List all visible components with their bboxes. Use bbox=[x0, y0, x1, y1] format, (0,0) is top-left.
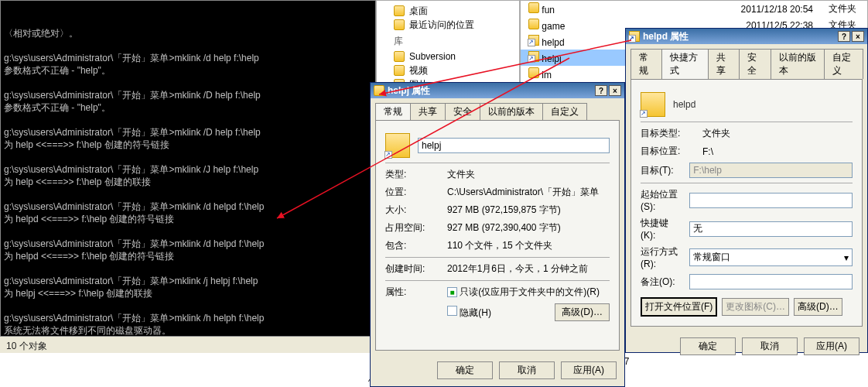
tab-share[interactable]: 共享 bbox=[708, 49, 740, 79]
file-name: game bbox=[542, 21, 565, 32]
ok-button[interactable]: 确定 bbox=[680, 337, 736, 355]
tree-group-label: 库 bbox=[394, 36, 403, 46]
tab-custom[interactable]: 自定义 bbox=[542, 103, 587, 120]
tree-group-library[interactable]: 库 bbox=[377, 32, 519, 50]
target-field[interactable] bbox=[689, 163, 853, 178]
tree-item-svn[interactable]: Subversion bbox=[377, 50, 519, 63]
file-date: 2011/12/18 20:54 bbox=[713, 1, 821, 17]
video-icon bbox=[394, 65, 405, 76]
folder-icon bbox=[374, 85, 384, 96]
file-name: helpj bbox=[542, 53, 561, 64]
titlebar[interactable]: helpd 属性 ? × bbox=[626, 29, 867, 44]
comment-field[interactable] bbox=[689, 274, 853, 289]
close-button[interactable]: × bbox=[609, 85, 621, 96]
value-target-loc: F:\ bbox=[702, 146, 853, 157]
label-target-loc: 目标位置: bbox=[641, 145, 695, 158]
advanced-button[interactable]: 高级(D)… bbox=[794, 298, 842, 316]
value-contains: 110 个文件，15 个文件夹 bbox=[447, 239, 610, 252]
value-size: 927 MB (972,159,875 字节) bbox=[447, 204, 610, 217]
ok-button[interactable]: 确定 bbox=[437, 361, 493, 379]
tab-general[interactable]: 常规 bbox=[375, 103, 411, 120]
dialog-helpj-properties[interactable]: helpj 属性 ? × 常规 共享 安全 以前的版本 自定义 类型:文件夹 位… bbox=[370, 82, 625, 387]
change-icon-button[interactable]: 更改图标(C)… bbox=[722, 298, 789, 316]
folder-icon bbox=[528, 35, 539, 46]
shortcut-icon bbox=[629, 31, 640, 42]
tab-previous[interactable]: 以前的版本 bbox=[771, 49, 825, 79]
tab-general[interactable]: 常规 bbox=[630, 49, 662, 79]
tab-shortcut[interactable]: 快捷方式 bbox=[661, 49, 709, 79]
places-icon bbox=[394, 19, 405, 30]
tree-item-recent[interactable]: 最近访问的位置 bbox=[377, 18, 519, 32]
hidden-label: 隐藏(H) bbox=[460, 307, 491, 318]
name-field[interactable] bbox=[418, 138, 610, 153]
value-type: 文件夹 bbox=[447, 168, 610, 181]
svn-icon bbox=[394, 51, 405, 62]
tab-share[interactable]: 共享 bbox=[410, 103, 446, 120]
cancel-button[interactable]: 取消 bbox=[499, 361, 555, 379]
cancel-button[interactable]: 取消 bbox=[742, 337, 798, 355]
file-type: 文件夹 bbox=[821, 1, 867, 17]
tree-item-desktop[interactable]: 桌面 bbox=[377, 4, 519, 18]
help-button[interactable]: ? bbox=[595, 85, 607, 96]
label-size: 大小: bbox=[385, 204, 439, 217]
folder-icon bbox=[528, 19, 539, 29]
label-size-on-disk: 占用空间: bbox=[385, 221, 439, 235]
apply-button[interactable]: 应用(A) bbox=[804, 337, 859, 355]
dialog-title: helpj 属性 bbox=[388, 84, 430, 98]
folder-icon bbox=[528, 67, 539, 78]
tree-item-video[interactable]: 视频 bbox=[377, 63, 519, 77]
tabs: 常规 共享 安全 以前的版本 自定义 bbox=[375, 103, 620, 120]
status-text: 10 个对象 bbox=[6, 341, 47, 351]
hidden-checkbox[interactable] bbox=[447, 306, 457, 316]
apply-button[interactable]: 应用(A) bbox=[561, 361, 617, 379]
label-startin: 起始位置(S): bbox=[641, 188, 682, 212]
tab-previous[interactable]: 以前的版本 bbox=[480, 103, 543, 120]
label-target: 目标(T): bbox=[641, 164, 682, 177]
tree-label: 桌面 bbox=[409, 5, 428, 18]
titlebar[interactable]: helpj 属性 ? × bbox=[371, 83, 624, 98]
file-row[interactable]: fun2011/12/18 20:54文件夹 bbox=[521, 1, 867, 17]
dialog-buttonrow: 确定 取消 应用(A) bbox=[371, 355, 624, 385]
advanced-button[interactable]: 高级(D)… bbox=[555, 303, 610, 321]
label-type: 类型: bbox=[385, 168, 439, 181]
help-button[interactable]: ? bbox=[838, 31, 850, 42]
label-hotkey: 快捷键(K): bbox=[641, 217, 682, 241]
folder-shortcut-big-icon bbox=[641, 92, 665, 117]
tab-security[interactable]: 安全 bbox=[739, 49, 771, 79]
cmd-output: 〈相对或绝对〉。 g:\sys\users\Administrator\「开始」… bbox=[4, 27, 372, 336]
tree-label: 视频 bbox=[409, 64, 428, 77]
label-location: 位置: bbox=[385, 186, 439, 199]
folder-icon bbox=[528, 51, 539, 62]
folder-icon bbox=[528, 2, 539, 13]
startin-field[interactable] bbox=[689, 193, 853, 208]
dialog-helpd-properties[interactable]: helpd 属性 ? × 常规 快捷方式 共享 安全 以前的版本 自定义 hel… bbox=[625, 28, 868, 353]
readonly-checkbox[interactable]: ■ bbox=[447, 287, 457, 297]
file-name: im bbox=[542, 70, 552, 80]
tab-security[interactable]: 安全 bbox=[445, 103, 480, 120]
value-location: C:\Users\Administrator\「开始」菜单 bbox=[447, 186, 610, 199]
tree-label: 最近访问的位置 bbox=[409, 19, 474, 32]
dialog-buttonrow: 确定 取消 应用(A) bbox=[626, 331, 867, 361]
label-attributes: 属性: bbox=[385, 286, 439, 299]
label-target-type: 目标类型: bbox=[641, 127, 695, 140]
folder-big-icon bbox=[385, 133, 410, 158]
open-file-location-button[interactable]: 打开文件位置(F) bbox=[641, 297, 717, 317]
tab-custom[interactable]: 自定义 bbox=[824, 49, 863, 79]
file-name: fun bbox=[542, 5, 555, 15]
chevron-down-icon: ▾ bbox=[844, 252, 849, 263]
file-name: helpd bbox=[542, 37, 564, 48]
label-comment: 备注(O): bbox=[641, 276, 682, 289]
label-run: 运行方式(R): bbox=[641, 245, 682, 269]
label-created: 创建时间: bbox=[385, 262, 439, 276]
value-created: 2012年1月6日，今天，1 分钟之前 bbox=[447, 262, 610, 276]
tabs: 常规 快捷方式 共享 安全 以前的版本 自定义 bbox=[630, 49, 863, 79]
readonly-label: 只读(仅应用于文件夹中的文件)(R) bbox=[460, 286, 600, 297]
close-button[interactable]: × bbox=[852, 31, 864, 42]
dialog-title: helpd 属性 bbox=[643, 30, 689, 43]
label-contains: 包含: bbox=[385, 239, 439, 252]
value-size-on-disk: 927 MB (972,390,400 字节) bbox=[447, 221, 610, 235]
tree-label: Subversion bbox=[409, 51, 456, 62]
run-mode-select[interactable]: 常规窗口▾ bbox=[689, 248, 853, 266]
hotkey-field[interactable] bbox=[689, 221, 853, 237]
value-target-type: 文件夹 bbox=[702, 127, 853, 140]
